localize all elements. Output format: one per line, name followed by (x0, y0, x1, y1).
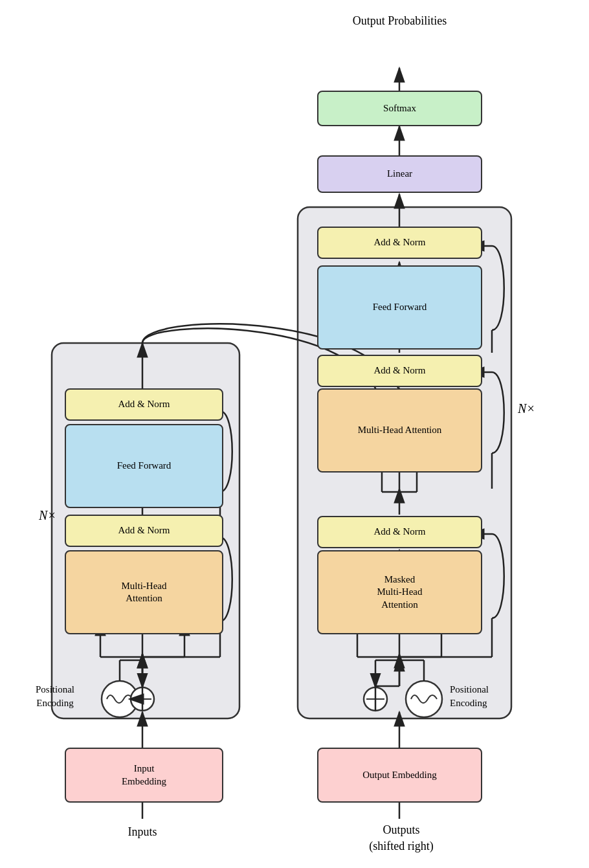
decoder-feed-forward: Feed Forward (317, 265, 482, 350)
outputs-label: Outputs(shifted right) (343, 822, 460, 854)
softmax-label: Softmax (383, 102, 416, 115)
decoder-masked-label: MaskedMulti-HeadAttention (377, 573, 423, 612)
input-embedding-label: InputEmbedding (122, 762, 166, 788)
inputs-label: Inputs (113, 825, 172, 839)
output-embedding-label: Output Embedding (362, 769, 437, 782)
decoder-feed-forward-label: Feed Forward (373, 301, 427, 314)
encoder-multi-head-label: Multi-HeadAttention (122, 580, 167, 605)
encoder-add-norm-2-label: Add & Norm (118, 398, 170, 411)
encoder-multi-head-attention: Multi-HeadAttention (65, 550, 223, 634)
decoder-add-norm-1-label: Add & Norm (374, 526, 426, 539)
decoder-add-norm-2-label: Add & Norm (374, 364, 426, 377)
nx-right-label: N× (518, 401, 535, 416)
output-embedding-box: Output Embedding (317, 748, 482, 803)
positional-encoding-left-label: PositionalEncoding (13, 683, 97, 710)
decoder-add-norm-3-label: Add & Norm (374, 236, 426, 249)
svg-point-51 (364, 687, 387, 711)
encoder-add-norm-1-label: Add & Norm (118, 524, 170, 537)
nx-left-label: N× (39, 508, 56, 523)
encoder-add-norm-2: Add & Norm (65, 388, 223, 421)
linear-label: Linear (387, 168, 412, 181)
svg-point-47 (406, 681, 442, 717)
encoder-add-norm-1: Add & Norm (65, 515, 223, 547)
decoder-add-norm-1: Add & Norm (317, 516, 482, 548)
input-embedding-box: InputEmbedding (65, 748, 223, 803)
svg-point-46 (102, 681, 138, 717)
svg-point-48 (131, 687, 154, 711)
softmax-box: Softmax (317, 91, 482, 126)
decoder-add-norm-2: Add & Norm (317, 355, 482, 387)
decoder-masked-multi-head: MaskedMulti-HeadAttention (317, 550, 482, 634)
output-probabilities-label: Output Probabilities (343, 13, 456, 29)
diagram-container: Output Probabilities Softmax Linear Add … (0, 0, 589, 868)
encoder-feed-forward-label: Feed Forward (117, 460, 172, 473)
encoder-feed-forward: Feed Forward (65, 424, 223, 508)
decoder-multi-head-attention: Multi-Head Attention (317, 388, 482, 473)
decoder-multi-head-label: Multi-Head Attention (358, 424, 442, 437)
decoder-add-norm-3: Add & Norm (317, 227, 482, 259)
positional-encoding-right-label: PositionalEncoding (450, 683, 540, 710)
linear-box: Linear (317, 155, 482, 193)
